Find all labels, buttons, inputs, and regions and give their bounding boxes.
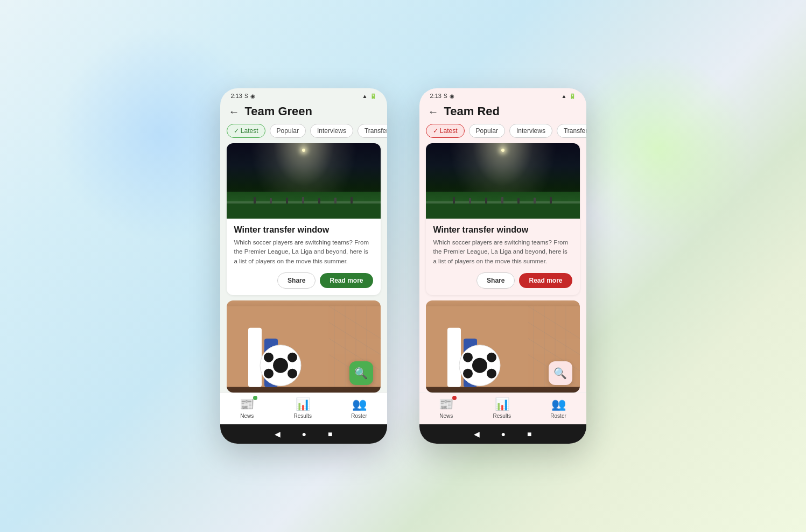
sim-icon-red: S (444, 93, 447, 99)
svg-rect-30 (485, 198, 487, 204)
filter-tabs-green: ✓ Latest Popular Interviews Transfers (220, 124, 387, 143)
svg-rect-5 (302, 197, 304, 204)
results-icon-green: 📊 (296, 397, 310, 411)
svg-rect-8 (351, 197, 353, 204)
article-title-red: Winter transfer window (433, 225, 572, 235)
share-button-green[interactable]: Share (277, 272, 316, 289)
status-time-green: 2:13 (231, 93, 242, 99)
roster-icon-green: 👥 (352, 397, 367, 411)
filter-tabs-red: ✓ Latest Popular Interviews Transfers (419, 124, 586, 143)
status-right-red: ▲ 🔋 (562, 93, 576, 99)
svg-point-47 (472, 358, 487, 373)
back-sys-green[interactable]: ◀ (275, 430, 281, 438)
results-label-red: Results (493, 413, 511, 419)
article-title-green: Winter transfer window (234, 225, 373, 235)
svg-point-24 (264, 368, 274, 378)
tab-popular-green[interactable]: Popular (270, 124, 306, 138)
news-icon-green: 📰 (240, 397, 254, 411)
svg-point-50 (463, 368, 473, 378)
tab-latest-red[interactable]: ✓ Latest (426, 124, 465, 138)
players-svg-red (426, 186, 580, 219)
status-time-red: 2:13 (430, 93, 441, 99)
svg-rect-32 (517, 198, 520, 204)
search-icon-red: 🔍 (553, 367, 567, 380)
tab-transfers-red[interactable]: Transfers (557, 124, 586, 138)
article-card-red: Winter transfer window Which soccer play… (426, 143, 580, 295)
team-title-green: Team Green (245, 104, 313, 118)
back-button-green[interactable]: ← (229, 106, 240, 118)
svg-point-25 (288, 368, 297, 378)
nav-roster-red[interactable]: 👥 Roster (550, 397, 566, 419)
news-icon-red: 📰 (439, 397, 453, 411)
svg-point-51 (487, 368, 496, 378)
players-svg-green (227, 186, 381, 219)
content-red: Winter transfer window Which soccer play… (419, 143, 586, 393)
back-sys-red[interactable]: ◀ (474, 430, 480, 438)
status-left-red: 2:13 S ◉ (430, 93, 454, 99)
home-sys-green[interactable]: ● (302, 430, 306, 438)
status-left-green: 2:13 S ◉ (231, 93, 255, 99)
battery-icon-green: 🔋 (370, 93, 376, 99)
stadium-scene-green (227, 143, 381, 219)
recents-sys-green[interactable]: ■ (328, 430, 332, 438)
read-more-button-red[interactable]: Read more (519, 273, 572, 288)
nav-news-red[interactable]: 📰 News (439, 397, 453, 419)
roster-icon-red: 👥 (551, 397, 566, 411)
search-fab-green[interactable]: 🔍 (349, 361, 373, 385)
roster-label-green: Roster (351, 413, 367, 419)
article-actions-red: Share Read more (433, 272, 572, 289)
article-image-green (227, 143, 381, 219)
system-bar-red: ◀ ● ■ (419, 424, 586, 444)
svg-rect-6 (318, 198, 320, 204)
android-icon-green: ◉ (250, 93, 255, 99)
recents-sys-red[interactable]: ■ (527, 430, 531, 438)
tab-latest-green[interactable]: ✓ Latest (227, 124, 265, 138)
svg-point-48 (463, 352, 473, 362)
tab-popular-red[interactable]: Popular (469, 124, 505, 138)
svg-point-22 (264, 352, 274, 362)
phone-red: 2:13 S ◉ ▲ 🔋 ← Team Red ✓ Latest Popular… (419, 88, 586, 444)
top-bar-green: ← Team Green (220, 101, 387, 124)
tab-interviews-green[interactable]: Interviews (310, 124, 353, 138)
svg-rect-34 (550, 197, 552, 204)
roster-label-red: Roster (550, 413, 566, 419)
svg-rect-0 (227, 202, 381, 219)
light-dot-red (501, 149, 504, 152)
status-bar-red: 2:13 S ◉ ▲ 🔋 (419, 88, 586, 101)
svg-rect-18 (248, 327, 262, 387)
news-badge-green (253, 396, 257, 400)
tab-transfers-green[interactable]: Transfers (358, 124, 387, 138)
news-label-red: News (439, 413, 453, 419)
back-button-red[interactable]: ← (428, 106, 439, 118)
light-dot-green (302, 149, 305, 152)
home-sys-red[interactable]: ● (501, 430, 506, 438)
read-more-button-green[interactable]: Read more (320, 273, 373, 288)
svg-rect-31 (501, 197, 503, 204)
wifi-icon-red: ▲ (562, 93, 567, 99)
share-button-red[interactable]: Share (476, 272, 515, 289)
sim-icon-green: S (244, 93, 248, 99)
battery-icon-red: 🔋 (569, 93, 576, 99)
status-bar-green: 2:13 S ◉ ▲ 🔋 (220, 88, 387, 101)
article-body-red: Winter transfer window Which soccer play… (426, 219, 580, 295)
bottom-nav-red: 📰 News 📊 Results 👥 Roster (419, 393, 586, 424)
svg-point-23 (288, 352, 297, 362)
phone-green: 2:13 S ◉ ▲ 🔋 ← Team Green ✓ Latest Popul… (220, 88, 387, 444)
svg-point-21 (273, 358, 288, 373)
team-title-red: Team Red (444, 104, 500, 118)
nav-results-red[interactable]: 📊 Results (493, 397, 511, 419)
search-fab-red[interactable]: 🔍 (549, 361, 572, 385)
svg-rect-28 (453, 197, 455, 204)
android-icon-red: ◉ (450, 93, 454, 99)
nav-news-green[interactable]: 📰 News (240, 397, 254, 419)
svg-rect-4 (286, 198, 288, 204)
nav-results-green[interactable]: 📊 Results (294, 397, 312, 419)
search-icon-green: 🔍 (354, 367, 368, 380)
bottom-nav-green: 📰 News 📊 Results 👥 Roster (220, 393, 387, 424)
system-bar-green: ◀ ● ■ (220, 424, 387, 444)
svg-point-49 (487, 352, 496, 362)
nav-roster-green[interactable]: 👥 Roster (351, 397, 367, 419)
svg-rect-7 (334, 198, 337, 204)
results-label-green: Results (294, 413, 312, 419)
tab-interviews-red[interactable]: Interviews (509, 124, 552, 138)
